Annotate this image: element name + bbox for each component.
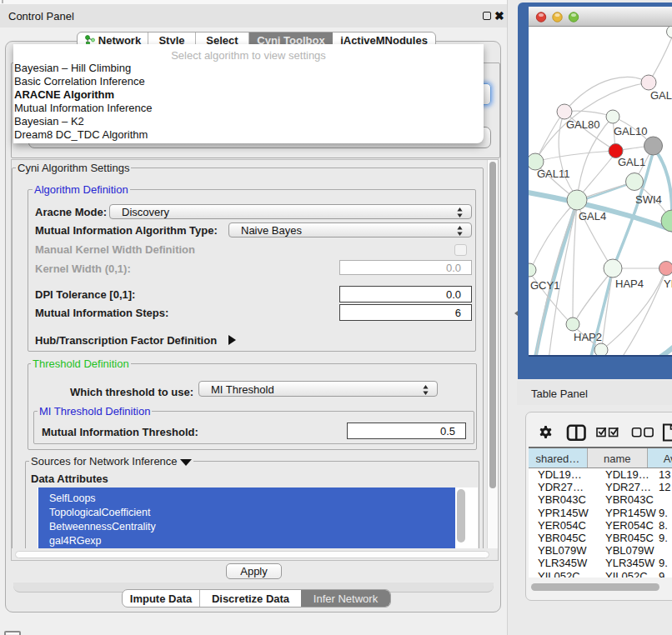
svg-text:GAL80: GAL80 [566, 118, 599, 131]
svg-text:HAP2: HAP2 [574, 331, 602, 343]
svg-text:YD: YD [664, 278, 672, 290]
svg-text:GCY1: GCY1 [530, 279, 559, 292]
svg-text:GAL11: GAL11 [537, 168, 570, 180]
svg-text:GAL1: GAL1 [618, 156, 645, 168]
svg-text:GAL10: GAL10 [614, 125, 647, 138]
svg-text:GAL4: GAL4 [579, 210, 606, 222]
svg-text:SWI4: SWI4 [635, 193, 662, 206]
svg-text:HAP4: HAP4 [615, 278, 644, 290]
svg-text:GAL7: GAL7 [650, 89, 672, 102]
